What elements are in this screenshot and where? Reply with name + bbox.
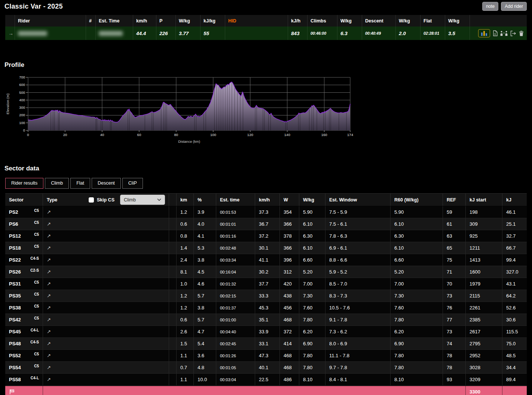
tab-flat[interactable]: Flat — [70, 178, 90, 189]
trash-icon[interactable] — [519, 31, 524, 36]
tab-descent[interactable]: Descent — [92, 178, 121, 189]
kj-start-cell: 2385 — [466, 314, 502, 325]
kj-start-cell: 2617 — [466, 326, 502, 337]
x-axis-label: Distance (km) — [178, 139, 200, 144]
ref-cell: 78 — [443, 350, 466, 361]
sector-name-cell: PS58C4-L — [5, 374, 43, 385]
km-cell: 0.8 — [177, 230, 194, 242]
rider-climbs-cell: 00:46:00 — [308, 27, 337, 40]
pct-cell: 5.4 — [194, 338, 216, 349]
add-rider-button[interactable]: Add rider — [501, 2, 527, 11]
finish-kj-start-cell: 3300 — [466, 386, 502, 395]
est-window-cell: 9.1 - 7.8 — [325, 314, 391, 325]
export-icon[interactable] — [510, 31, 516, 36]
est-time-cell: 00:04:40 — [216, 326, 255, 337]
est-window-cell: 7.3 - 6.2 — [325, 326, 391, 337]
compare-riders-icon[interactable] — [500, 31, 508, 36]
km-cell: 1.1 — [177, 350, 194, 361]
pct-cell: 4.6 — [194, 278, 216, 290]
document-icon[interactable] — [493, 30, 498, 36]
kj-cell: 48.5 — [502, 350, 527, 361]
kmh-cell: 33.3 — [255, 290, 280, 302]
est-window-cell: 7.5 - 5.9 — [325, 206, 391, 218]
r60-cell: 6.20 — [391, 326, 443, 337]
kj-cell: 25.1 — [502, 218, 527, 230]
kj-cell: 75.0 — [502, 338, 527, 349]
sector-category: C4-S — [30, 340, 39, 344]
right-arrow-icon: → — [8, 30, 13, 36]
wkg-cell: 7.80 — [299, 350, 325, 361]
est-time-cell: 00:16:04 — [216, 266, 255, 278]
kj-cell: 327.0 — [502, 266, 527, 278]
r60-cell: 7.30 — [391, 290, 443, 302]
sector-row: PS35C5↗1.25.700:02:1533.34387.308.3 - 7.… — [5, 290, 527, 302]
pct-cell: 4.8 — [194, 362, 216, 373]
skip-cs-label: Skip CS — [97, 197, 114, 203]
est-time-cell: 00:02:48 — [216, 242, 255, 254]
wkg-cell: 7.30 — [299, 290, 325, 302]
tab-climb[interactable]: Climb — [45, 178, 69, 189]
wkg-cell: 5.90 — [299, 206, 325, 218]
pct-cell: 4.1 — [194, 230, 216, 242]
wkg-cell: 7.80 — [299, 314, 325, 325]
r60-cell: 5.20 — [391, 266, 443, 278]
km-cell: 0.6 — [177, 314, 194, 325]
sector-name-cell: PS52C5 — [5, 350, 43, 361]
sector-type-select-value: Climb — [124, 197, 136, 203]
sector-type-select[interactable]: Climb — [120, 195, 165, 205]
kj-cell: 115.5 — [502, 326, 527, 337]
spacer-cell — [169, 254, 177, 266]
sector-type-cell: ↗ — [43, 374, 169, 385]
spacer-cell — [169, 326, 177, 337]
header-number: # — [86, 15, 96, 27]
sector-category: C4-L — [31, 376, 39, 380]
w-cell: 366 — [280, 242, 299, 254]
spacer-cell — [169, 206, 177, 218]
bar-chart-icon[interactable] — [478, 29, 490, 37]
sector-row: PS54C5↗0.74.800:01:0540.14687.809.7 - 7.… — [5, 362, 527, 374]
skip-cs-checkbox[interactable] — [89, 197, 94, 203]
header-flat: Flat — [421, 15, 445, 27]
w-cell: 372 — [280, 326, 299, 337]
spacer-cell — [169, 374, 177, 385]
header-type: Type Skip CS Climb — [43, 194, 169, 206]
kmh-cell: 30.1 — [255, 242, 280, 254]
sector-name-cell: PS54C5 — [5, 362, 43, 373]
app: Classic Var - 2025 note Add rider Rider … — [0, 0, 532, 395]
tab-clip[interactable]: CliP — [122, 178, 143, 189]
header-ref: REF — [443, 194, 466, 206]
rider-number-cell — [86, 27, 96, 40]
sector-name-cell: PS18C5 — [5, 242, 43, 254]
pct-cell: 4.7 — [194, 326, 216, 337]
est-time-cell: 00:03:04 — [216, 374, 255, 385]
header-descent: Descent — [362, 15, 396, 27]
pct-cell: 5.7 — [194, 314, 216, 325]
climb-arrow-icon: ↗ — [47, 281, 51, 287]
wkg-cell: 7.60 — [299, 302, 325, 314]
est-window-cell: 8.8 - 6.6 — [325, 254, 391, 266]
sector-name: PS38 — [9, 305, 21, 311]
header-buttons: note Add rider — [482, 2, 527, 11]
kmh-cell: 37.2 — [255, 230, 280, 242]
wkg-cell: 7.00 — [299, 278, 325, 290]
spacer-cell — [169, 230, 177, 242]
rider-expand-cell[interactable]: → — [5, 27, 15, 40]
sector-row: PS22C4-S↗2.43.800:03:3441.13966.608.8 - … — [5, 254, 527, 266]
climb-arrow-icon: ↗ — [47, 329, 51, 334]
rider-row[interactable]: → 44.4 226 3.77 55 843 00:46:00 6.3 00:4… — [5, 27, 527, 40]
pct-cell: 4.0 — [194, 218, 216, 230]
note-button[interactable]: note — [482, 2, 498, 11]
wkg-cell: 6.10 — [299, 242, 325, 254]
tab-rider-results[interactable]: Rider results — [5, 178, 43, 189]
km-cell: 1.1 — [177, 374, 194, 385]
sector-name-cell: PS48C4-S — [5, 338, 43, 349]
climb-arrow-icon: ↗ — [47, 365, 51, 370]
r60-cell: 6.10 — [391, 218, 443, 230]
wkg-cell: 7.80 — [299, 362, 325, 373]
sector-name: PS22 — [9, 257, 21, 263]
sector-category: C5 — [34, 220, 39, 225]
est-time-cell: 00:01:00 — [216, 314, 255, 325]
svg-text:120: 120 — [247, 133, 253, 137]
sector-type-cell: ↗ — [43, 254, 169, 266]
sector-row: PS52C5↗1.13.600:01:2647.34687.8011.1 - 7… — [5, 350, 527, 362]
